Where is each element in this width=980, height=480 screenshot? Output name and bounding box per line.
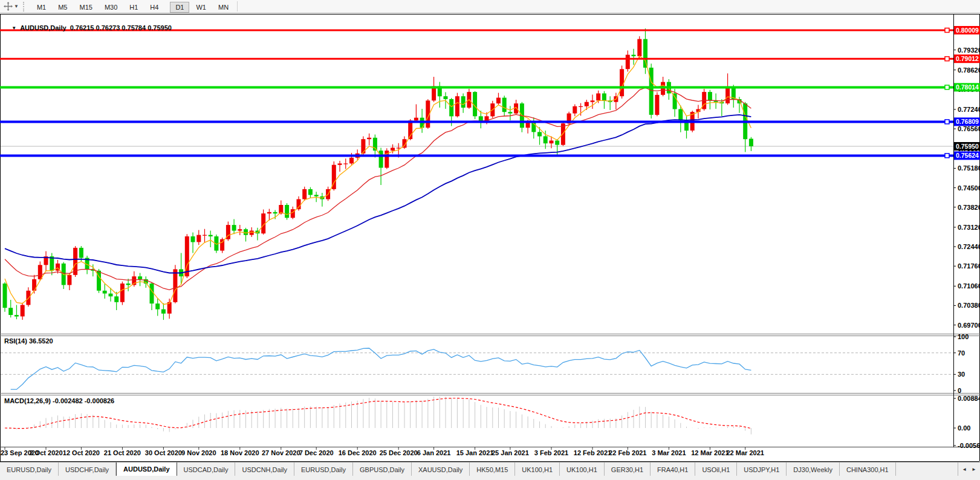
svg-text:0.00884: 0.00884 bbox=[958, 395, 980, 402]
svg-text:3 Feb 2021: 3 Feb 2021 bbox=[534, 449, 568, 456]
svg-text:7 Dec 2020: 7 Dec 2020 bbox=[299, 449, 334, 456]
svg-text:3 Mar 2021: 3 Mar 2021 bbox=[652, 449, 686, 456]
svg-text:0: 0 bbox=[958, 387, 961, 394]
svg-text:6 Jan 2021: 6 Jan 2021 bbox=[417, 449, 451, 456]
tab-ger30-h1[interactable]: GER30,H1 bbox=[605, 462, 651, 476]
svg-text:0.75624: 0.75624 bbox=[956, 152, 979, 159]
tab-usdcnh-daily[interactable]: USDCNH,Daily bbox=[235, 462, 294, 476]
tab-scroll-right-icon[interactable]: ► bbox=[972, 467, 976, 472]
svg-text:27 Nov 2020: 27 Nov 2020 bbox=[262, 449, 300, 456]
tab-usdcad-daily[interactable]: USDCAD,Daily bbox=[177, 462, 236, 476]
svg-text:0.77240: 0.77240 bbox=[958, 106, 980, 113]
svg-text:12 Oct 2020: 12 Oct 2020 bbox=[63, 449, 100, 456]
ohlc-open: 0.76215 bbox=[70, 24, 94, 31]
svg-text:25 Dec 2020: 25 Dec 2020 bbox=[380, 449, 418, 456]
svg-text:0.00: 0.00 bbox=[958, 424, 970, 432]
ohlc-low: 0.75784 bbox=[122, 24, 146, 31]
svg-text:0.73820: 0.73820 bbox=[958, 204, 980, 211]
mt4-chart-window: ▼ M1M5M15M30H1H4D1W1MN ▼AUDUSD,Daily 0.7… bbox=[0, 0, 980, 480]
tab-china300-h1[interactable]: CHINA300,H1 bbox=[840, 462, 896, 476]
tab-gbpusd-daily[interactable]: GBPUSD,Daily bbox=[353, 462, 412, 476]
tab-eurusd-daily[interactable]: EURUSD,Daily bbox=[294, 462, 353, 476]
svg-text:25 Jan 2021: 25 Jan 2021 bbox=[492, 449, 529, 456]
svg-text:12 Feb 2021: 12 Feb 2021 bbox=[574, 449, 611, 456]
svg-text:0.74500: 0.74500 bbox=[958, 184, 980, 192]
tab-uk100-h1[interactable]: UK100,H1 bbox=[560, 462, 605, 476]
collapse-chart-icon[interactable]: ▼ bbox=[11, 25, 16, 31]
chart-frame bbox=[0, 14, 980, 462]
svg-text:0.78620: 0.78620 bbox=[958, 66, 980, 74]
svg-text:0.71060: 0.71060 bbox=[958, 282, 980, 290]
svg-text:18 Nov 2020: 18 Nov 2020 bbox=[221, 449, 259, 456]
window-bottom-strip bbox=[0, 476, 980, 480]
tab-fra40-h1[interactable]: FRA40,H1 bbox=[651, 462, 695, 476]
svg-text:21 Oct 2020: 21 Oct 2020 bbox=[104, 449, 141, 456]
svg-text:22 Mar 2021: 22 Mar 2021 bbox=[727, 449, 764, 456]
tab-usdchf-daily[interactable]: USDCHF,Daily bbox=[59, 462, 116, 476]
svg-text:0.75950: 0.75950 bbox=[956, 143, 979, 150]
tab-dj30-weekly[interactable]: DJ30,Weekly bbox=[787, 462, 840, 476]
svg-text:0.70380: 0.70380 bbox=[958, 302, 980, 309]
tab-scroll-left-icon[interactable]: ◄ bbox=[962, 467, 967, 472]
ohlc-high: 0.76273 bbox=[96, 24, 120, 31]
svg-text:0.78014: 0.78014 bbox=[956, 83, 979, 91]
ohlc-close: 0.75950 bbox=[148, 24, 172, 31]
tab-scroll-buttons: ◄► bbox=[958, 462, 980, 476]
svg-text:12 Mar 2021: 12 Mar 2021 bbox=[691, 449, 729, 456]
rsi-label: RSI(14) 36.5520 bbox=[4, 337, 53, 345]
tab-usoil-h1[interactable]: USOil,H1 bbox=[695, 462, 737, 476]
svg-text:0.75180: 0.75180 bbox=[958, 164, 980, 172]
svg-text:30: 30 bbox=[958, 371, 965, 378]
macd-label: MACD(12,26,9) -0.002482 -0.000826 bbox=[4, 397, 114, 404]
svg-text:0.69700: 0.69700 bbox=[958, 322, 980, 329]
chart-title: ▼AUDUSD,Daily 0.76215 0.76273 0.75784 0.… bbox=[4, 17, 172, 39]
svg-text:70: 70 bbox=[958, 349, 965, 357]
tab-xauusd-daily[interactable]: XAUUSD,Daily bbox=[412, 462, 470, 476]
svg-text:22 Feb 2021: 22 Feb 2021 bbox=[609, 449, 646, 456]
tab-usdjpy-h1[interactable]: USDJPY,H1 bbox=[737, 462, 787, 476]
svg-text:0.79320: 0.79320 bbox=[958, 47, 980, 54]
tab-uk100-h1[interactable]: UK100,H1 bbox=[515, 462, 560, 476]
svg-text:0.79012: 0.79012 bbox=[956, 55, 979, 62]
svg-text:30 Oct 2020: 30 Oct 2020 bbox=[145, 449, 182, 456]
tab-hk50-m15[interactable]: HK50,M15 bbox=[470, 462, 515, 476]
tab-eurusd-daily[interactable]: EURUSD,Daily bbox=[0, 462, 59, 476]
svg-text:2 Oct 2020: 2 Oct 2020 bbox=[29, 449, 62, 456]
tab-audusd-daily[interactable]: AUDUSD,Daily bbox=[116, 462, 177, 476]
svg-text:0.71760: 0.71760 bbox=[958, 262, 980, 270]
svg-text:0.80009: 0.80009 bbox=[956, 27, 979, 34]
svg-text:0.72440: 0.72440 bbox=[958, 243, 980, 250]
svg-text:0.73120: 0.73120 bbox=[958, 224, 980, 231]
svg-text:-0.005651: -0.005651 bbox=[958, 442, 980, 449]
svg-text:16 Dec 2020: 16 Dec 2020 bbox=[339, 449, 377, 456]
svg-text:9 Nov 2020: 9 Nov 2020 bbox=[181, 449, 216, 456]
svg-text:0.76809: 0.76809 bbox=[956, 118, 979, 125]
svg-text:0.76560: 0.76560 bbox=[958, 125, 980, 132]
chart-canvas[interactable]: 0.793200.786200.779400.772400.765600.758… bbox=[0, 0, 980, 480]
symbol-label: AUDUSD,Daily bbox=[20, 24, 66, 31]
svg-text:15 Jan 2021: 15 Jan 2021 bbox=[456, 449, 494, 456]
svg-text:100: 100 bbox=[958, 333, 969, 340]
symbol-tab-bar: EURUSD,DailyUSDCHF,DailyAUDUSD,DailyUSDC… bbox=[0, 462, 980, 476]
